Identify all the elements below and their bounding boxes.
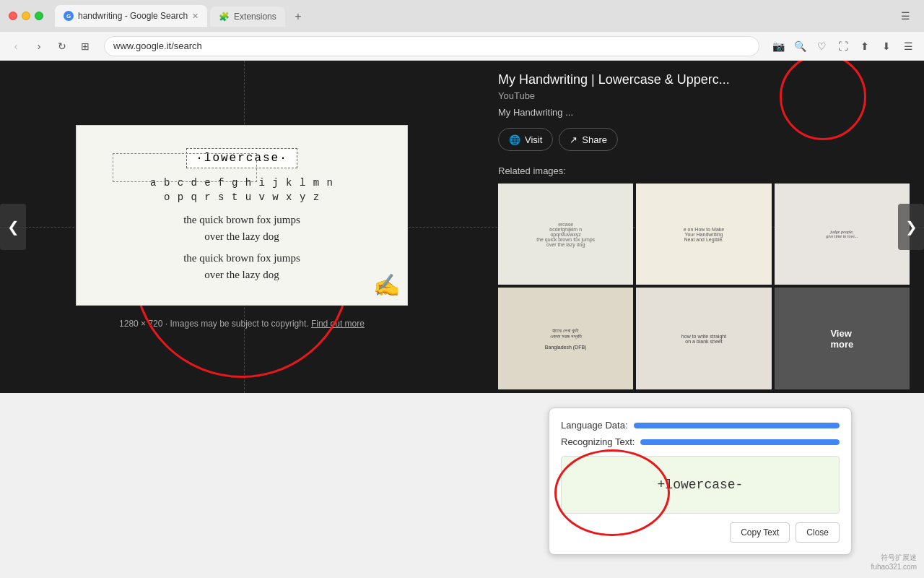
recognition-result: +lowercase- [658, 478, 744, 492]
related-thumb-3[interactable]: judge people,give time to love... [775, 184, 910, 285]
google-favicon-letter: G [66, 13, 71, 20]
share-label: Share [582, 134, 607, 145]
maximize-button[interactable] [35, 12, 43, 20]
watermark-line1: 符号扩展迷 [871, 553, 917, 563]
sentence-2: the quick brown fox jumps over the lazy … [183, 250, 300, 282]
related-thumb-content-5: how to write straighton a blank sheet [636, 288, 771, 389]
lens-icon[interactable]: 🔍 [790, 36, 810, 56]
image-dimensions: 1280 × 720 [119, 319, 162, 329]
new-tab-button[interactable]: + [288, 7, 308, 27]
settings-icon[interactable]: ☰ [898, 36, 918, 56]
related-thumb-content-1: ercasebcdefghijklm nopqrstuvwxyzthe quic… [498, 184, 633, 285]
forward-button[interactable]: › [29, 36, 49, 56]
back-button[interactable]: ‹ [6, 36, 26, 56]
image-description: My Handwriting ... [498, 107, 910, 118]
recognizing-text-progress-fill [640, 439, 840, 445]
related-thumb-content-3: judge people,give time to love... [775, 184, 910, 285]
image-source: YouTube [498, 90, 910, 101]
tab-favicon: G [64, 11, 74, 21]
related-thumb-2[interactable]: e on How to MakeYour HandwritingNeat and… [636, 184, 771, 285]
minimize-button[interactable] [22, 12, 30, 20]
title-bar-controls: ☰ [895, 6, 915, 26]
visit-icon: 🌐 [509, 134, 520, 145]
related-thumb-content-2: e on How to MakeYour HandwritingNeat and… [636, 184, 771, 285]
related-thumb-content-4: হাতের লেখা খুবইএকদম সরজ পদ্ধতিBangladesh… [498, 288, 633, 389]
view-more-label: Viewmore [830, 328, 853, 350]
find-out-more-link[interactable]: Find out more [311, 319, 365, 329]
visit-button[interactable]: 🌐 Visit [498, 128, 553, 151]
recognition-text-area: +lowercase- [561, 456, 840, 514]
extensions-tab[interactable]: 🧩 Extensions [210, 7, 285, 27]
alphabet-row-2: o p q r s t u v w x y z [164, 191, 320, 203]
related-thumb-1[interactable]: ercasebcdefghijklm nopqrstuvwxyzthe quic… [498, 184, 633, 285]
close-popup-button[interactable]: Close [796, 522, 840, 543]
recognition-actions: Copy Text Close [561, 522, 840, 543]
image-info: 1280 × 720 · Images may be subject to co… [119, 319, 365, 329]
fullscreen-icon[interactable]: ⛶ [833, 36, 853, 56]
recognizing-text-row: Recognizing Text: [561, 436, 840, 447]
address-bar[interactable]: www.google.it/search [104, 36, 759, 56]
watermark: 符号扩展迷 fuhao321.com [871, 553, 917, 571]
hand-icon: ✍️ [373, 272, 400, 298]
left-panel: ·lowercase· a b c d e f g h i j k l m n … [0, 61, 484, 393]
related-thumb-5[interactable]: how to write straighton a blank sheet [636, 288, 771, 389]
prev-image-button[interactable]: ❮ [0, 204, 26, 250]
recognition-popup: Language Data: Recognizing Text: +lowerc… [549, 407, 852, 555]
related-thumb-4[interactable]: হাতের লেখা খুবইএকদম সরজ পদ্ধতিBangladesh… [498, 288, 633, 389]
copyright-notice: Images may be subject to copyright. [170, 319, 308, 329]
menu-icon[interactable]: ☰ [895, 6, 915, 26]
image-viewer: ❮ ·lowercase· a b c d e f g h i j k l m … [0, 61, 924, 393]
alphabet-row-1: a b c d e f g h i j k l m n [150, 177, 334, 189]
sentence-1: the quick brown fox jumps over the lazy … [183, 212, 300, 244]
extensions-icon: 🧩 [219, 12, 230, 22]
copy-text-button[interactable]: Copy Text [730, 522, 790, 543]
image-title: My Handwriting | Lowercase & Upperc... [498, 72, 910, 87]
visit-label: Visit [525, 134, 542, 145]
watermark-line2: fuhao321.com [871, 563, 917, 571]
tab-label: handwriting - Google Search [78, 11, 188, 21]
extensions-label: Extensions [234, 12, 276, 22]
related-images-label: Related images: [498, 165, 910, 176]
share-button[interactable]: ↗ Share [559, 128, 618, 151]
language-data-label: Language Data: [561, 420, 628, 431]
related-images-grid: ercasebcdefghijklm nopqrstuvwxyzthe quic… [498, 184, 910, 389]
toolbar: ‹ › ↻ ⊞ www.google.it/search 📷 🔍 ♡ ⛶ ⬆ ⬇… [0, 32, 924, 61]
tab-close-button[interactable]: ✕ [192, 12, 199, 21]
close-button[interactable] [9, 12, 17, 20]
grid-button[interactable]: ⊞ [75, 36, 95, 56]
share-icon: ↗ [570, 134, 578, 145]
image-container: ·lowercase· a b c d e f g h i j k l m n … [76, 125, 408, 313]
address-text: www.google.it/search [113, 40, 750, 51]
view-more-button[interactable]: Viewmore [775, 288, 910, 389]
lowercase-label: ·lowercase· [186, 148, 297, 168]
main-image: ·lowercase· a b c d e f g h i j k l m n … [76, 125, 408, 306]
language-data-progress-bg [634, 423, 840, 428]
browser-chrome: G handwriting - Google Search ✕ 🧩 Extens… [0, 0, 924, 61]
language-data-row: Language Data: [561, 420, 840, 431]
recognizing-text-progress-bg [640, 439, 840, 445]
right-panel: My Handwriting | Lowercase & Upperc... Y… [484, 61, 924, 393]
recognizing-text-label: Recognizing Text: [561, 436, 635, 447]
toolbar-actions: 📷 🔍 ♡ ⛶ ⬆ ⬇ ☰ [768, 36, 918, 56]
refresh-button[interactable]: ↻ [52, 36, 72, 56]
title-bar: G handwriting - Google Search ✕ 🧩 Extens… [0, 0, 924, 32]
main-content: ❮ ·lowercase· a b c d e f g h i j k l m … [0, 61, 924, 578]
search-results: Language Data: Recognizing Text: +lowerc… [0, 393, 924, 578]
action-buttons: 🌐 Visit ↗ Share [498, 128, 910, 151]
traffic-lights [9, 12, 43, 20]
camera-icon[interactable]: 📷 [768, 36, 788, 56]
bookmark-icon[interactable]: ♡ [811, 36, 832, 56]
share-icon[interactable]: ⬆ [855, 36, 875, 56]
download-icon[interactable]: ⬇ [876, 36, 897, 56]
tabs-area: G handwriting - Google Search ✕ 🧩 Extens… [55, 5, 889, 27]
language-data-progress-fill [634, 423, 840, 428]
active-tab[interactable]: G handwriting - Google Search ✕ [55, 5, 207, 27]
next-image-button[interactable]: ❯ [898, 204, 924, 250]
